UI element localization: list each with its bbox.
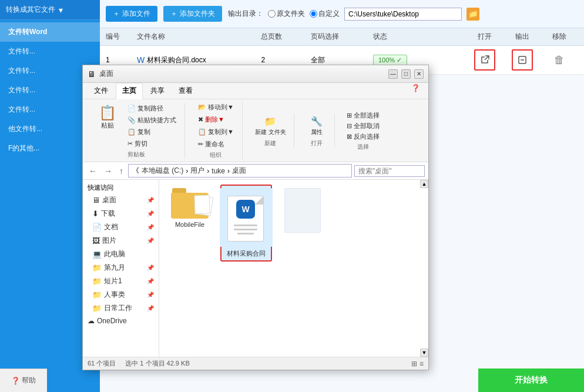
help-icon-bottom: ❓ [11, 377, 20, 385]
paste-button[interactable]: 📋 粘贴 [96, 103, 119, 132]
select-none-button[interactable]: ⊟ 全部取消 [344, 121, 382, 131]
tab-view[interactable]: 查看 [172, 83, 199, 99]
export-icon [517, 55, 528, 65]
scroll-up-button[interactable]: ▲ [420, 180, 428, 188]
add-folder-button[interactable]: ＋ 添加文件夹 [163, 6, 222, 22]
add-file-label: 添加文件 [122, 9, 150, 19]
tree-item-sept[interactable]: 📁 第九月 📌 [83, 261, 159, 274]
folder-icon [171, 188, 209, 219]
tree-item-clip[interactable]: 📁 短片1 📌 [83, 274, 159, 288]
docs-icon: 📄 [92, 223, 102, 232]
sidebar-item-label-7: F的其他... [8, 143, 39, 153]
close-button[interactable]: ✕ [414, 69, 424, 79]
address-breadcrumb[interactable]: 《 本地磁盘 (C:) › 用户 › tuke › 桌面 [128, 164, 352, 177]
file-item-mobilefile[interactable]: MobileFile [164, 185, 216, 262]
folder-clip-icon: 📁 [92, 277, 102, 286]
select-none-icon: ⊟ [347, 122, 352, 130]
sidebar-item-label: 文件转Word [8, 27, 47, 37]
tab-share[interactable]: 共享 [144, 83, 171, 99]
address-bar: ← → ↑ 《 本地磁盘 (C:) › 用户 › tuke › 桌面 [83, 162, 428, 180]
copy-icon: 📋 [127, 128, 136, 136]
invert-select-button[interactable]: ⊠ 反向选择 [344, 132, 382, 142]
add-file-button[interactable]: ＋ 添加文件 [106, 6, 157, 22]
plus-icon: ＋ [113, 9, 120, 19]
tree-item-hr[interactable]: 📁 人事类 📌 [83, 288, 159, 301]
tree-item-computer[interactable]: 💻 此电脑 [83, 247, 159, 261]
doc-line-3 [237, 233, 254, 234]
forward-button[interactable]: → [102, 165, 115, 177]
back-button[interactable]: ← [86, 165, 99, 177]
grid-view-button[interactable]: ⊞ [411, 360, 417, 368]
output-row: 输出目录： 原文件夹 自定义 📁 [228, 8, 479, 21]
breadcrumb-desktop[interactable]: 桌面 [232, 166, 246, 176]
cut-button[interactable]: ✂ 剪切 [124, 138, 180, 149]
tree-item-download[interactable]: ⬇ 下载 📌 [83, 207, 159, 220]
start-convert-button[interactable]: 开始转换 [478, 368, 584, 392]
new-folder-button[interactable]: 📁 新建 文件夹 [252, 114, 289, 138]
explorer-window: 🖥 桌面 — □ ✕ 文件 主页 共享 查看 ❓ 📋 粘贴 [82, 65, 429, 370]
cut-icon: ✂ [127, 140, 133, 148]
move-to-button[interactable]: 📂 移动到▼ [194, 102, 237, 113]
tree-item-docs[interactable]: 📄 文档 📌 [83, 220, 159, 234]
folder-tab [172, 188, 186, 193]
output-button[interactable] [512, 49, 533, 71]
up-button[interactable]: ↑ [117, 165, 126, 177]
pin-icon-6: 📌 [147, 278, 154, 284]
file-item-ghost-1[interactable] [277, 185, 328, 262]
ribbon-content: 📋 粘贴 📄 复制路径 📎 粘贴快捷方式 [83, 99, 428, 162]
pin-icon-7: 📌 [147, 292, 154, 298]
clipboard-area: 📋 粘贴 [92, 103, 123, 149]
tree-item-onedrive[interactable]: ☁ OneDrive [83, 315, 159, 327]
quick-access-label: 快速访问 [83, 182, 159, 193]
ghost-icon-1 [284, 188, 321, 233]
col-status: 状态 [373, 32, 466, 42]
help-icon[interactable]: ❓ [408, 83, 424, 99]
select-all-icon: ⊞ [347, 112, 352, 119]
minimize-button[interactable]: — [388, 69, 398, 79]
tree-item-pics[interactable]: 🖼 图片 📌 [83, 234, 159, 247]
cloud-icon: ☁ [88, 317, 95, 325]
paste-shortcut-icon: 📎 [127, 116, 136, 124]
bg-sidebar-top[interactable]: 转换成其它文件 ▾ [0, 0, 100, 20]
breadcrumb-tuke[interactable]: tuke [212, 167, 225, 175]
remove-button[interactable]: 🗑 [554, 54, 565, 66]
sidebar-item-label-2: 文件转... [8, 46, 35, 56]
copy-to-button[interactable]: 📋 复制到▼ [194, 126, 237, 138]
help-button[interactable]: ❓ 帮助 [0, 368, 47, 392]
radio-original[interactable]: 原文件夹 [268, 9, 305, 19]
file-grid: ▲ MobileFile [159, 180, 428, 357]
pin-icon-4: 📌 [147, 237, 154, 244]
paste-shortcut-button[interactable]: 📎 粘贴快捷方式 [124, 115, 180, 126]
delete-button[interactable]: ✖ 删除▼ [194, 114, 237, 125]
scroll-down-button[interactable]: ▼ [420, 349, 428, 357]
radio-custom[interactable]: 自定义 [310, 9, 340, 19]
output-path-input[interactable] [344, 8, 462, 21]
select-all-button[interactable]: ⊞ 全部选择 [344, 110, 382, 120]
desktop-icon: 🖥 [92, 196, 100, 205]
search-input[interactable] [354, 165, 425, 177]
view-icons: ⊞ ≡ [411, 360, 424, 368]
open-button[interactable] [474, 49, 495, 71]
wps-logo: W [236, 200, 255, 219]
rename-button[interactable]: ✏ 重命名 [194, 139, 237, 150]
small-btns: 📄 复制路径 📎 粘贴快捷方式 📋 复制 ✂ [124, 103, 180, 149]
copy-path-button[interactable]: 📄 复制路径 [124, 103, 180, 114]
breadcrumb-user[interactable]: 用户 [190, 166, 204, 176]
file-item-wps-doc[interactable]: W 材料采购合同 [220, 185, 272, 262]
total-items-label: 61 个项目 [88, 359, 116, 368]
maximize-button[interactable]: □ [401, 69, 411, 79]
col-open: 打开 [466, 32, 504, 42]
tab-home[interactable]: 主页 [116, 83, 143, 99]
tab-file[interactable]: 文件 [88, 83, 115, 99]
properties-button[interactable]: 🔧 属性 [304, 114, 330, 138]
sidebar-item-2[interactable]: 文件转... [0, 42, 100, 61]
tree-item-desktop[interactable]: 🖥 桌面 📌 [83, 193, 159, 207]
copy-button[interactable]: 📋 复制 [124, 126, 180, 138]
breadcrumb-local[interactable]: 本地磁盘 (C:) [142, 166, 183, 176]
list-view-button[interactable]: ≡ [419, 360, 424, 368]
open-label: 打开 [311, 139, 323, 148]
invert-icon: ⊠ [347, 133, 352, 140]
sidebar-item-word[interactable]: 文件转Word [0, 22, 100, 42]
browse-folder-button[interactable]: 📁 [466, 8, 479, 21]
tree-item-daily[interactable]: 📁 日常工作 📌 [83, 301, 159, 315]
